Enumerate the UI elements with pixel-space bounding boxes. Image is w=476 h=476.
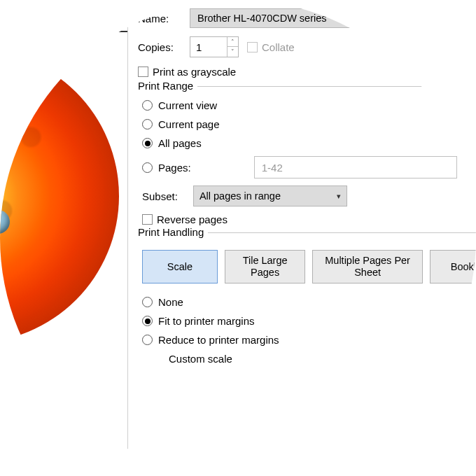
print-range-legend: Print Range [138,80,197,92]
reverse-checkbox[interactable]: Reverse pages [142,214,476,225]
tab-scale[interactable]: Scale [142,250,218,284]
subset-label: Subset: [142,190,178,202]
radio-dot[interactable] [142,335,153,345]
radio-label: Reduce to printer margins [158,334,279,346]
radio-reduce-margins[interactable]: Reduce to printer margins [142,334,476,346]
radio-pages[interactable]: Pages: [142,162,191,174]
sun-graphic [0,49,119,343]
custom-scale-label: Custom scale [169,353,476,365]
print-range-group: Print Range Current view Current page Al… [138,86,476,225]
radio-all-pages[interactable]: All pages [142,137,476,149]
vignette-mask: Su y Venus Neptu s Earth Urar he eight m… [0,0,476,476]
name-label: Name: [138,13,190,24]
collate-checkbox: Collate [247,41,295,53]
pages-input[interactable]: 1-42 [254,156,457,178]
subset-select[interactable]: All pages in range ▾ [193,186,347,206]
subset-value: All pages in range [200,190,281,202]
spinner[interactable]: ˄ ˅ [227,37,238,57]
collate-label: Collate [262,41,295,53]
info-icon[interactable]: i [468,162,476,173]
checkbox-box [247,42,258,52]
tab-booklet[interactable]: Booklet [430,250,476,284]
chevron-down-icon: ▾ [337,192,341,201]
copies-stepper[interactable]: 1 ˄ ˅ [190,36,239,57]
print-handling-group: Print Handling Scale Tile Large Pages Mu… [138,232,476,365]
caption-line: he eight major p [0,347,4,359]
radio-dot[interactable] [142,100,153,111]
copies-label: Copies: [138,41,190,53]
print-dialog: Name: Brother HL-4070CDW series Copies: … [127,0,476,476]
radio-label: All pages [158,137,202,149]
copies-value: 1 [196,41,202,53]
figure-caption: he eight major p ts are listed i SA/JPL;… [0,346,27,388]
radio-scale-none[interactable]: None [142,296,476,308]
chevron-down-icon[interactable]: ˅ [227,47,238,57]
printer-select[interactable]: Brother HL-4070CDW series [190,8,476,28]
radio-label: Current view [158,99,217,111]
radio-current-view[interactable]: Current view [142,99,476,111]
radio-dot[interactable] [142,138,153,148]
checkbox-box[interactable] [138,66,148,77]
radio-label: Pages: [158,162,191,174]
printer-value: Brother HL-4070CDW series [197,13,327,24]
radio-label: None [158,296,183,308]
reverse-label: Reverse pages [157,214,227,225]
document-page: Su y Venus Neptu s Earth Urar he eight m… [0,0,140,476]
radio-current-page[interactable]: Current page [142,118,476,130]
chevron-up-icon[interactable]: ˄ [227,37,238,47]
checkbox-box[interactable] [142,214,153,225]
tab-tile-large-pages[interactable]: Tile Large Pages [225,250,305,284]
radio-dot[interactable] [142,316,153,326]
tab-label: Booklet [451,261,476,273]
radio-fit-margins[interactable]: Fit to printer margins [142,315,476,327]
pages-placeholder: 1-42 [262,162,283,174]
print-handling-legend: Print Handling [138,226,208,238]
tab-multiple-per-sheet[interactable]: Multiple Pages Per Sheet [312,250,423,284]
radio-label: Fit to printer margins [158,315,255,327]
grayscale-checkbox[interactable]: Print as grayscale [138,66,236,78]
radio-dot[interactable] [142,162,153,173]
radio-dot[interactable] [142,297,153,307]
hr [0,31,140,32]
radio-label: Current page [158,118,220,130]
radio-dot[interactable] [142,119,153,130]
grayscale-label: Print as grayscale [153,66,236,78]
tab-label: Tile Large Pages [235,255,295,278]
tab-label: Multiple Pages Per Sheet [323,255,412,278]
tab-label: Scale [167,261,192,273]
